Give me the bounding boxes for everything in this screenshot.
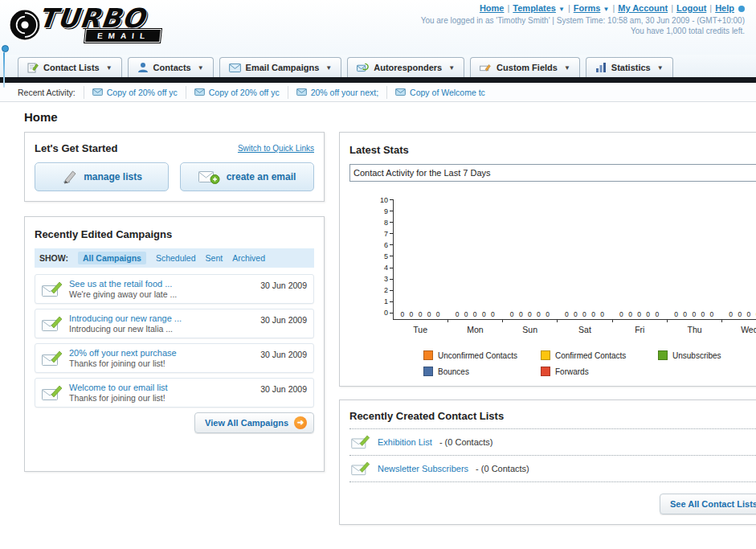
chart-value-labels: 0 0 0 0 0 <box>668 310 722 318</box>
legend-label: Unsubscribes <box>672 351 721 360</box>
chart-y-tick: 5 <box>384 252 393 260</box>
filter-all-campaigns[interactable]: All Campaigns <box>78 252 146 264</box>
campaign-subtitle: Thanks for joining our list! <box>69 358 177 368</box>
campaign-title-link[interactable]: 20% off your next purchase <box>69 348 177 358</box>
tab-custom-fields[interactable]: Custom Fields ▼ <box>470 57 580 77</box>
recent-activity-bar: Recent Activity: Copy of 20% off yc Copy… <box>0 83 756 102</box>
envelope-pencil-icon <box>351 461 370 476</box>
view-all-campaigns-button[interactable]: View All Campaigns ➜ <box>194 412 314 433</box>
link-separator: | <box>709 3 712 13</box>
campaign-subtitle: Introducing our new Italia ... <box>69 324 182 334</box>
app-logo[interactable]: TURBO EMAIL <box>6 5 161 43</box>
top-link-home[interactable]: Home <box>480 3 505 13</box>
legend-swatch <box>541 367 550 376</box>
switch-quick-links-link[interactable]: Switch to Quick Links <box>238 144 314 153</box>
campaigns-filter-bar: SHOW: All Campaigns Scheduled Sent Archi… <box>35 248 314 268</box>
top-link-my-account[interactable]: My Account <box>618 3 668 13</box>
envelope-icon <box>296 88 307 96</box>
filter-archived[interactable]: Archived <box>232 253 265 263</box>
campaign-date: 30 Jun 2009 <box>260 313 307 325</box>
create-email-button[interactable]: create an email <box>180 162 314 191</box>
chart-bar-group: 0 0 0 0 0 <box>668 199 722 319</box>
get-started-title: Let's Get Started <box>35 142 118 154</box>
top-link-logout[interactable]: Logout <box>676 3 706 13</box>
chart-y-tick: 2 <box>384 287 393 294</box>
top-link-help[interactable]: Help <box>715 3 734 13</box>
chevron-down-icon: ▼ <box>106 64 112 72</box>
blue-dot-decoration <box>2 45 9 52</box>
contact-list-link[interactable]: Exhibition List <box>378 437 432 447</box>
top-link-templates[interactable]: Templates <box>513 3 556 13</box>
link-separator: | <box>507 3 509 13</box>
legend-swatch <box>658 350 668 360</box>
activity-item: Copy of 20% off yc <box>186 86 288 99</box>
logo-primary-text: TURBO <box>37 5 162 32</box>
campaigns-list: See us at the retail food ... We're givi… <box>35 274 314 408</box>
autoresponders-icon <box>357 63 369 72</box>
corner-dot-decoration <box>738 6 745 12</box>
see-all-contact-lists-button[interactable]: See All Contact Lists ➜ <box>660 494 756 514</box>
campaign-title-link[interactable]: Introducing our new range ... <box>69 313 182 323</box>
legend-item: Confirmed Contacts <box>541 350 658 360</box>
campaign-row: Introducing our new range ... Introducin… <box>35 309 314 338</box>
chart-x-tick-label: Mon <box>447 325 502 334</box>
campaign-title-link[interactable]: Welcome to our email list <box>69 383 168 392</box>
contact-list-link[interactable]: Newsletter Subscribers <box>378 464 468 473</box>
tab-email-campaigns[interactable]: Email Campaigns ▼ <box>219 57 342 77</box>
stats-period-select[interactable]: Contact Activity for the Last 7 Days <box>349 164 756 182</box>
chart-value-labels: 0 0 0 0 0 <box>394 310 448 318</box>
main-nav-tabs: Contact Lists ▼ Contacts ▼ Email Campaig… <box>0 55 756 77</box>
activity-item: 20% off your next; <box>288 86 386 99</box>
chart-value-labels: 0 0 0 0 0 <box>722 310 756 318</box>
chart-bar-group: 0 0 0 0 0 <box>558 199 612 319</box>
chart-x-axis-labels: TueMonSunSatFriThuWed <box>393 325 756 334</box>
tab-statistics[interactable]: Statistics ▼ <box>586 57 673 77</box>
tab-contacts[interactable]: Contacts ▼ <box>128 57 214 77</box>
login-status-text: You are logged in as 'Timothy Smith' | S… <box>421 16 745 25</box>
legend-swatch <box>541 350 550 360</box>
chart-y-tick: 0 <box>384 309 393 317</box>
manage-lists-button[interactable]: manage lists <box>35 162 169 191</box>
chart-x-tick-label: Tue <box>393 325 447 334</box>
top-link-forms[interactable]: Forms <box>574 3 601 13</box>
envelope-icon <box>92 88 103 96</box>
envelope-pencil-icon <box>351 435 370 449</box>
link-separator: | <box>671 3 673 13</box>
chart-y-tick: 7 <box>384 230 393 237</box>
manage-lists-label: manage lists <box>84 171 142 182</box>
contact-list-row: Exhibition List - (0 Contacts) <box>349 429 756 456</box>
campaign-title-link[interactable]: See us at the retail food ... <box>69 279 177 289</box>
chart-y-tick: 8 <box>384 219 393 226</box>
chart-x-tick-label: Fri <box>612 325 667 334</box>
link-separator: | <box>568 3 570 13</box>
activity-link[interactable]: Copy of 20% off yc <box>107 88 178 97</box>
campaign-date: 30 Jun 2009 <box>260 383 307 394</box>
chart-value-labels: 0 0 0 0 0 <box>448 310 503 318</box>
view-all-campaigns-label: View All Campaigns <box>205 418 288 428</box>
filter-scheduled[interactable]: Scheduled <box>156 253 196 263</box>
activity-link[interactable]: Copy of 20% off yc <box>209 88 280 97</box>
legend-label: Bounces <box>438 367 469 376</box>
chart-bar-group: 0 0 0 0 0 <box>613 199 668 319</box>
pencil-icon <box>61 170 77 184</box>
recently-created-lists-panel: Recently Created Contact Lists Exhibitio… <box>339 399 756 525</box>
contact-list-detail: - (0 Contacts) <box>476 464 529 473</box>
link-separator: | <box>612 3 615 13</box>
activity-link[interactable]: 20% off your next; <box>311 88 378 97</box>
campaign-date: 30 Jun 2009 <box>260 348 307 359</box>
filter-sent[interactable]: Sent <box>206 253 223 263</box>
legend-label: Confirmed Contacts <box>555 351 626 360</box>
tab-contact-lists[interactable]: Contact Lists ▼ <box>18 57 122 77</box>
blue-line-decoration <box>3 52 5 88</box>
statistics-icon <box>595 62 607 73</box>
chart-bar-group: 0 0 0 0 0 <box>503 199 558 319</box>
chart-legend: Unconfirmed ContactsConfirmed ContactsUn… <box>423 350 756 376</box>
chart-bar-group: 0 0 0 0 0 <box>722 199 756 319</box>
chart-value-labels: 0 0 0 0 0 <box>558 310 612 318</box>
envelope-pencil-icon <box>42 281 63 297</box>
activity-link[interactable]: Copy of Welcome tc <box>410 88 485 97</box>
top-nav-links: Home|Templates ▼|Forms ▼|My Account|Logo… <box>421 3 745 13</box>
tab-autoresponders[interactable]: Autoresponders ▼ <box>347 57 464 77</box>
envelope-pencil-icon <box>42 316 63 332</box>
legend-item: Unconfirmed Contacts <box>423 350 541 360</box>
